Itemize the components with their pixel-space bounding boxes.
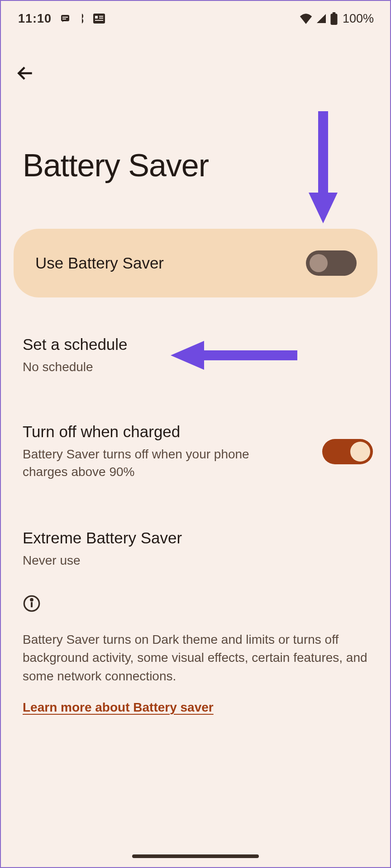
extreme-battery-saver-row[interactable]: Extreme Battery Saver Never use bbox=[1, 510, 390, 569]
set-schedule-subtitle: No schedule bbox=[23, 358, 368, 376]
battery-icon bbox=[330, 12, 338, 25]
photos-icon bbox=[76, 13, 88, 24]
status-bar-right: 100% bbox=[299, 12, 374, 26]
turn-off-charged-subtitle: Battery Saver turns off when your phone … bbox=[23, 445, 285, 481]
turn-off-charged-text: Turn off when charged Battery Saver turn… bbox=[23, 423, 285, 481]
notification-icons bbox=[60, 13, 105, 24]
info-icon bbox=[23, 594, 368, 614]
wifi-icon bbox=[299, 13, 313, 24]
turn-off-charged-title: Turn off when charged bbox=[23, 423, 285, 441]
svg-point-12 bbox=[31, 599, 33, 600]
set-schedule-row[interactable]: Set a schedule No schedule bbox=[1, 316, 390, 376]
svg-rect-9 bbox=[333, 12, 335, 14]
battery-percentage: 100% bbox=[343, 12, 374, 26]
turn-off-charged-row[interactable]: Turn off when charged Battery Saver turn… bbox=[1, 404, 390, 481]
svg-rect-2 bbox=[62, 19, 66, 19]
gesture-handle[interactable] bbox=[132, 854, 259, 858]
messages-icon bbox=[60, 13, 71, 24]
svg-rect-5 bbox=[99, 16, 103, 17]
turn-off-charged-toggle[interactable] bbox=[322, 439, 373, 464]
svg-rect-0 bbox=[61, 15, 69, 21]
info-description: Battery Saver turns on Dark theme and li… bbox=[23, 631, 368, 686]
status-bar: 11:10 100% bbox=[1, 1, 390, 33]
extreme-title: Extreme Battery Saver bbox=[23, 529, 368, 547]
navigation-area bbox=[1, 33, 390, 85]
svg-rect-4 bbox=[95, 16, 98, 19]
info-section: Battery Saver turns on Dark theme and li… bbox=[1, 569, 390, 715]
svg-rect-6 bbox=[99, 18, 103, 19]
status-time: 11:10 bbox=[18, 12, 52, 26]
use-battery-saver-toggle[interactable] bbox=[306, 250, 357, 276]
learn-more-link[interactable]: Learn more about Battery saver bbox=[23, 700, 368, 715]
use-battery-saver-label: Use Battery Saver bbox=[35, 254, 164, 272]
page-title: Battery Saver bbox=[1, 85, 390, 184]
extreme-subtitle: Never use bbox=[23, 552, 368, 569]
news-icon bbox=[93, 14, 105, 24]
svg-marker-14 bbox=[309, 193, 338, 223]
set-schedule-title: Set a schedule bbox=[23, 335, 368, 354]
status-bar-left: 11:10 bbox=[18, 12, 105, 26]
svg-rect-8 bbox=[330, 14, 337, 25]
svg-rect-7 bbox=[95, 20, 103, 21]
signal-icon bbox=[315, 13, 327, 24]
back-button[interactable] bbox=[15, 63, 390, 85]
svg-rect-1 bbox=[62, 17, 68, 18]
use-battery-saver-row[interactable]: Use Battery Saver bbox=[14, 229, 377, 297]
